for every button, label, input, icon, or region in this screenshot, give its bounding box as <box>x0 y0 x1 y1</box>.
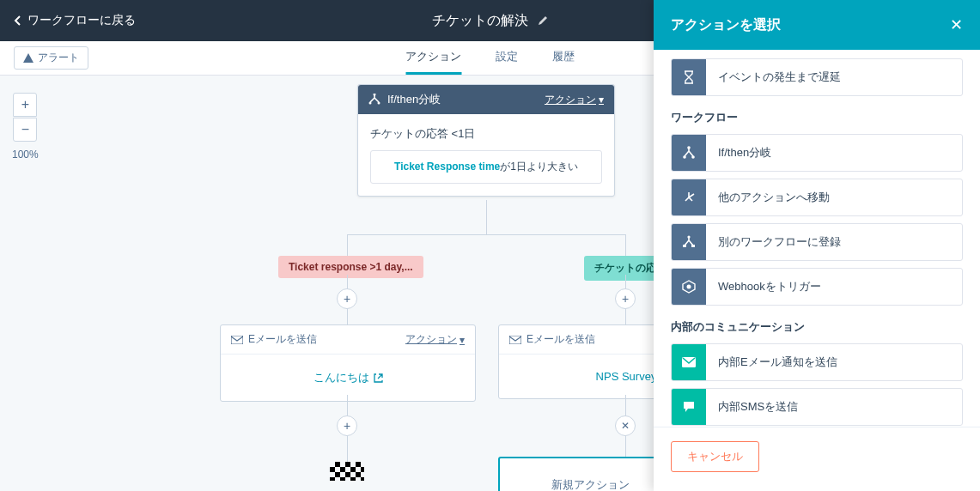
svg-point-1 <box>369 102 372 105</box>
panel-title: アクションを選択 <box>671 16 781 34</box>
caret-down-icon: ▾ <box>599 94 604 106</box>
svg-rect-10 <box>691 245 695 247</box>
action-option-branch[interactable]: If/then分岐 <box>671 134 963 172</box>
section-title-workflow: ワークフロー <box>671 110 963 125</box>
branch-node-header: If/then分岐 アクション ▾ <box>358 85 614 114</box>
zoom-out-button[interactable]: − <box>13 118 37 142</box>
action-option-internal-sms[interactable]: 内部SMSを送信 <box>671 388 963 426</box>
tab-actions[interactable]: アクション <box>405 41 461 75</box>
email-body-text: こんにちは <box>313 370 369 385</box>
connector-line <box>347 234 348 256</box>
email-body-left[interactable]: こんにちは <box>221 355 475 401</box>
email-header-label: Eメールを送信 <box>527 332 595 347</box>
action-option-enroll[interactable]: 別のワークフローに登録 <box>671 223 963 261</box>
back-link[interactable]: ワークフローに戻る <box>14 13 136 28</box>
panel-footer: キャンセル <box>654 427 980 491</box>
email-node-header: Eメールを送信 アクション ▾ <box>221 325 475 355</box>
svg-point-5 <box>687 146 691 149</box>
branch-icon <box>672 135 706 171</box>
svg-rect-9 <box>683 245 686 247</box>
zoom-level: 100% <box>12 149 39 161</box>
remove-action-button[interactable]: ✕ <box>615 415 636 436</box>
page-title: チケットの解決 <box>432 12 549 30</box>
action-label: イベントの発生まで遅延 <box>706 59 853 95</box>
jump-icon <box>672 179 706 215</box>
hourglass-icon <box>672 59 706 95</box>
caret-down-icon: ▾ <box>460 334 465 346</box>
action-label: 他のアクションへ移動 <box>706 179 842 215</box>
add-action-button[interactable]: + <box>337 415 357 436</box>
alert-button[interactable]: アラート <box>14 46 88 70</box>
connector-line <box>625 436 626 457</box>
branch-icon <box>368 94 380 106</box>
panel-body: イベントの発生まで遅延 ワークフロー If/then分岐 他のアクションへ移動 … <box>654 50 980 427</box>
action-option-goto[interactable]: 他のアクションへ移動 <box>671 179 963 216</box>
condition-field: Ticket Response time <box>394 161 500 173</box>
connector-line <box>347 309 348 324</box>
workflow-end-marker <box>330 462 364 481</box>
svg-point-7 <box>691 155 695 159</box>
close-icon[interactable]: ✕ <box>950 15 963 34</box>
svg-point-8 <box>687 235 690 238</box>
back-label: ワークフローに戻る <box>27 13 136 28</box>
branch-action-label: アクション <box>545 93 596 107</box>
connector-line <box>625 234 626 256</box>
branch-type-label: If/then分岐 <box>387 92 441 107</box>
connector-line <box>625 395 626 415</box>
svg-point-2 <box>378 102 380 105</box>
mail-icon <box>509 336 521 344</box>
connector-line <box>625 309 626 324</box>
connector-line <box>486 200 487 234</box>
svg-point-11 <box>687 285 691 289</box>
tabs: アクション 設定 履歴 <box>405 41 575 75</box>
branch-node-body: チケットの応答 <1日 Ticket Response timeが1日より大きい <box>358 114 614 196</box>
tab-settings[interactable]: 設定 <box>496 41 518 75</box>
enroll-icon <box>672 224 706 260</box>
cancel-button[interactable]: キャンセル <box>671 441 759 472</box>
warning-icon <box>23 53 33 63</box>
external-link-icon <box>374 373 383 383</box>
branch-action-menu[interactable]: アクション ▾ <box>545 93 604 107</box>
page-title-text: チケットの解決 <box>432 12 528 30</box>
zoom-controls: + − 100% <box>12 93 39 161</box>
action-label: If/then分岐 <box>706 135 783 171</box>
connector-line <box>347 234 625 235</box>
svg-rect-4 <box>509 336 521 344</box>
add-action-button[interactable]: + <box>615 288 636 309</box>
chat-icon <box>672 389 706 425</box>
zoom-in-button[interactable]: + <box>13 93 37 117</box>
webhook-icon <box>672 269 706 305</box>
branch-node[interactable]: If/then分岐 アクション ▾ チケットの応答 <1日 Ticket Res… <box>357 84 615 197</box>
action-option-delay-event[interactable]: イベントの発生まで遅延 <box>671 58 963 96</box>
mail-icon <box>231 336 243 344</box>
action-label: 別のワークフローに登録 <box>706 224 853 260</box>
email-action-menu[interactable]: アクション ▾ <box>405 332 465 347</box>
connector-line <box>347 395 348 415</box>
svg-rect-3 <box>231 336 243 344</box>
tab-history[interactable]: 履歴 <box>552 41 575 75</box>
section-title-internal: 内部のコミュニケーション <box>671 319 963 335</box>
mail-icon <box>672 344 706 380</box>
branch-condition[interactable]: Ticket Response timeが1日より大きい <box>370 150 602 184</box>
email-header-label: Eメールを送信 <box>248 332 317 347</box>
svg-point-0 <box>374 94 376 96</box>
panel-header: アクションを選択 ✕ <box>654 0 980 50</box>
branch-label-left[interactable]: Ticket response >1 day,... <box>278 256 423 278</box>
action-option-webhook[interactable]: Webhookをトリガー <box>671 268 963 306</box>
action-label: 内部Eメール通知を送信 <box>706 344 849 380</box>
email-body-text: NPS Survey <box>596 370 657 383</box>
branch-body-title: チケットの応答 <1日 <box>370 126 602 142</box>
action-option-internal-email[interactable]: 内部Eメール通知を送信 <box>671 343 963 381</box>
email-node-left[interactable]: Eメールを送信 アクション ▾ こんにちは <box>220 324 476 402</box>
alert-label: アラート <box>38 51 79 65</box>
action-picker-panel: アクションを選択 ✕ イベントの発生まで遅延 ワークフロー If/then分岐 … <box>654 0 980 491</box>
action-label: 内部SMSを送信 <box>706 389 810 425</box>
new-action-label: 新規アクション <box>551 478 630 491</box>
svg-point-6 <box>683 155 686 159</box>
add-action-button[interactable]: + <box>337 288 357 309</box>
action-label: Webhookをトリガー <box>706 269 833 305</box>
chevron-left-icon <box>14 15 22 26</box>
email-action-label: アクション <box>405 332 457 347</box>
pencil-icon[interactable] <box>537 15 549 27</box>
condition-suffix: が1日より大きい <box>500 161 578 173</box>
